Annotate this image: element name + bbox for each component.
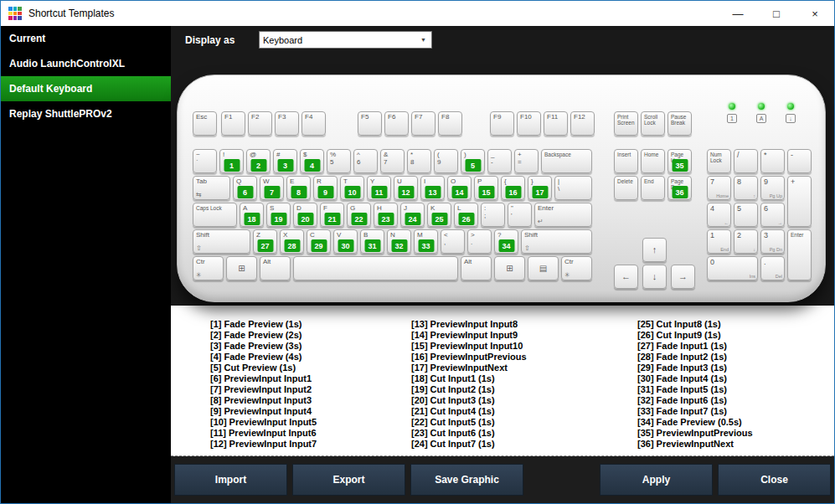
key-enter: Enter↵ bbox=[534, 203, 592, 227]
shortcut-badge-34: 34 bbox=[498, 239, 514, 252]
key-arrow-left: ← bbox=[614, 265, 638, 289]
shortcut-badge-18: 18 bbox=[244, 213, 260, 225]
sidebar-item-replay-shuttleprov2[interactable]: Replay ShuttlePROv2 bbox=[1, 101, 171, 126]
key-0: )5 bbox=[461, 149, 485, 173]
key-win-right: ⊞ bbox=[494, 256, 525, 280]
key-h: H23 bbox=[374, 203, 398, 227]
sidebar-item-current[interactable]: Current bbox=[1, 26, 171, 51]
key-1: !1 bbox=[219, 149, 244, 173]
minimize-button[interactable]: — bbox=[719, 1, 757, 26]
shortcut-entry: [31] Fade Input5 (1s) bbox=[637, 384, 753, 395]
keyboard-nav-block: Print ScreenScroll LockPause BreakInsert… bbox=[614, 111, 699, 291]
key-glyph-icon: ⇧ bbox=[196, 244, 202, 252]
key-s: S19 bbox=[266, 203, 291, 227]
shortcut-badge-23: 23 bbox=[378, 213, 394, 225]
scroll-lock-led-dot bbox=[787, 103, 794, 110]
shortcut-entry: [15] PreviewInput Input10 bbox=[411, 341, 637, 352]
key-v: V30 bbox=[333, 229, 358, 254]
keyboard-leds: 1A↓ bbox=[726, 103, 814, 123]
shortcut-badge-33: 33 bbox=[418, 239, 434, 252]
key-f7: F7 bbox=[411, 111, 436, 136]
key-f: F21 bbox=[320, 203, 344, 227]
shortcut-badge-21: 21 bbox=[324, 213, 340, 225]
key-numpad-3: 3Pg Dn bbox=[760, 229, 785, 254]
maximize-button[interactable]: □ bbox=[757, 1, 796, 26]
shortcut-entry: [36] PreviewInputNext bbox=[637, 439, 753, 450]
export-button[interactable]: Export bbox=[292, 464, 405, 496]
key-backspace: Backspace bbox=[541, 149, 592, 173]
key-a: A18 bbox=[240, 203, 264, 227]
key-f12: F12 bbox=[570, 111, 595, 136]
shortcut-entry: [14] PreviewInput Input9 bbox=[411, 330, 637, 341]
key-ctrl-right: Ctr✳ bbox=[561, 256, 592, 280]
sidebar-item-default-keyboard[interactable]: Default Keyboard bbox=[1, 76, 171, 101]
sidebar: CurrentAudio LaunchControlXLDefault Keyb… bbox=[1, 26, 171, 503]
key-numpad-7: 7Home bbox=[707, 176, 731, 200]
shortcut-badge-22: 22 bbox=[351, 213, 367, 225]
key-g: G22 bbox=[347, 203, 371, 227]
key-2: @2 bbox=[246, 149, 271, 173]
display-as-dropdown[interactable]: Keyboard ▼ bbox=[259, 31, 432, 49]
shortcut-entry: [21] Cut Input4 (1s) bbox=[411, 406, 637, 417]
close-button[interactable]: Close bbox=[718, 464, 831, 496]
key-bracket-left: {16 bbox=[501, 176, 525, 200]
key-menu: ▤ bbox=[528, 256, 559, 280]
shortcut-entry: [23] Cut Input6 (1s) bbox=[411, 428, 637, 439]
key-glyph-icon: Del bbox=[776, 274, 782, 279]
caps-lock-led: A bbox=[755, 103, 767, 123]
key-f8: F8 bbox=[438, 111, 462, 136]
key-numpad-8: 8↑ bbox=[734, 176, 758, 200]
key-b: B31 bbox=[360, 229, 384, 254]
sidebar-item-audio-launchcontrolxl[interactable]: Audio LaunchControlXL bbox=[1, 51, 171, 76]
key-f1: F1 bbox=[221, 111, 245, 136]
key-glyph-icon: Ins bbox=[750, 274, 755, 279]
key-num-lock: Num Lock bbox=[707, 149, 731, 173]
key-esc: Esc bbox=[193, 111, 217, 136]
key-slash: ?34 bbox=[494, 229, 518, 254]
key-k: K25 bbox=[427, 203, 451, 227]
titlebar: Shortcut Templates —□× bbox=[1, 1, 834, 26]
key-arrow-right: → bbox=[671, 265, 695, 289]
key-3: #3 bbox=[273, 149, 297, 173]
key-numpad-1: 1End bbox=[707, 229, 731, 254]
key-d: D20 bbox=[293, 203, 317, 227]
shortcut-entry: [1] Fade Preview (1s) bbox=[210, 319, 411, 330]
shortcut-badge-4: 4 bbox=[304, 159, 320, 172]
import-button[interactable]: Import bbox=[174, 464, 287, 496]
key-l: L26 bbox=[454, 203, 478, 227]
shortcut-entry: [19] Cut Input2 (1s) bbox=[411, 384, 637, 395]
shortcut-legend: [1] Fade Preview (1s)[2] Fade Preview (2… bbox=[171, 306, 834, 456]
key-f10: F10 bbox=[517, 111, 541, 136]
caps-lock-led-icon: A bbox=[756, 114, 766, 123]
key-backtick: ~` bbox=[193, 149, 217, 173]
key-7: &7 bbox=[380, 149, 405, 173]
key-period: >. bbox=[467, 229, 492, 254]
shortcut-badge-13: 13 bbox=[425, 186, 441, 198]
key-alt-right: Alt bbox=[461, 256, 492, 280]
key-home: Home bbox=[641, 149, 665, 173]
shortcut-column-3: [25] Cut Input8 (1s)[26] Cut Input9 (1s)… bbox=[637, 319, 753, 455]
close-button[interactable]: × bbox=[796, 1, 834, 26]
shortcut-entry: [12] PreviewInput Input7 bbox=[210, 439, 411, 450]
key-quote: "' bbox=[508, 203, 532, 227]
shortcut-badge-20: 20 bbox=[297, 213, 313, 225]
shortcut-badge-9: 9 bbox=[317, 186, 333, 198]
save-graphic-button[interactable]: Save Graphic bbox=[410, 464, 523, 496]
key-e: E8 bbox=[286, 176, 311, 200]
key-f5: F5 bbox=[358, 111, 382, 136]
key-numpad-6: 6→ bbox=[760, 203, 785, 227]
key-z: Z27 bbox=[253, 229, 277, 254]
key-f3: F3 bbox=[275, 111, 299, 136]
key-print-screen: Print Screen bbox=[614, 111, 638, 136]
key-space bbox=[293, 256, 458, 280]
key-numpad-divide: / bbox=[734, 149, 758, 173]
key-comma: <, bbox=[441, 229, 465, 254]
apply-button[interactable]: Apply bbox=[600, 464, 713, 496]
shortcut-entry: [30] Fade Input4 (1s) bbox=[637, 373, 753, 384]
chevron-down-icon: ▼ bbox=[420, 37, 426, 43]
key-page-down: Page Down36 bbox=[667, 176, 692, 200]
key-f9: F9 bbox=[490, 111, 514, 136]
shortcut-entry: [32] Fade Input6 (1s) bbox=[637, 395, 753, 406]
toolbar: Display as Keyboard ▼ bbox=[171, 26, 834, 54]
shortcut-entry: [20] Cut Input3 (1s) bbox=[411, 395, 637, 406]
